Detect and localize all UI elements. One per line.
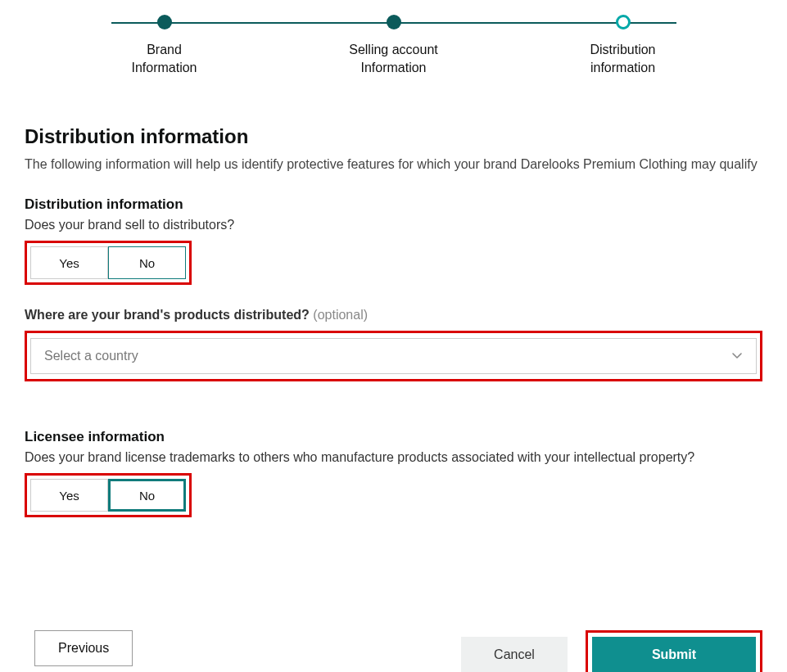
licensee-toggle-group: Yes No	[30, 479, 186, 512]
licensee-heading: Licensee information	[25, 429, 762, 445]
distribution-heading: Distribution information	[25, 196, 762, 213]
cancel-button[interactable]: Cancel	[461, 637, 568, 672]
step-dot-current-icon	[616, 15, 631, 29]
step-label-line2: Information	[360, 61, 426, 74]
submit-highlight: Submit	[586, 630, 762, 672]
step-label-line2: Information	[131, 61, 197, 74]
step-label-line1: Brand	[147, 43, 182, 56]
distribution-country-label: Where are your brand's products distribu…	[25, 308, 762, 322]
progress-stepper: Brand Information Selling account Inform…	[107, 8, 681, 76]
licensee-question: Does your brand license trademarks to ot…	[25, 450, 762, 465]
previous-button[interactable]: Previous	[34, 630, 133, 666]
step-distribution: Distribution information	[566, 15, 681, 76]
step-selling-account: Selling account Information	[337, 15, 451, 76]
licensee-no-button[interactable]: No	[108, 479, 186, 512]
step-label-line2: information	[590, 61, 655, 74]
distributor-toggle-highlight: Yes No	[25, 241, 192, 285]
country-select[interactable]: Select a country	[30, 338, 757, 374]
step-label-line1: Distribution	[590, 43, 655, 56]
country-select-placeholder: Select a country	[44, 349, 138, 363]
distribution-country-question: Where are your brand's products distribu…	[25, 308, 310, 322]
submit-button[interactable]: Submit	[592, 637, 756, 672]
step-dot-complete-icon	[387, 15, 401, 29]
step-brand-info: Brand Information	[107, 15, 222, 76]
footer-actions: Previous Cancel Submit	[25, 630, 762, 672]
optional-text: (optional)	[313, 308, 368, 322]
country-select-highlight: Select a country	[25, 331, 762, 381]
step-label-line1: Selling account	[349, 43, 438, 56]
licensee-toggle-highlight: Yes No	[25, 473, 192, 517]
licensee-yes-button[interactable]: Yes	[30, 479, 108, 512]
distributor-no-button[interactable]: No	[108, 246, 186, 279]
distributor-toggle-group: Yes No	[30, 246, 186, 279]
chevron-down-icon	[731, 350, 743, 362]
distributor-question: Does your brand sell to distributors?	[25, 218, 762, 232]
distributor-yes-button[interactable]: Yes	[30, 246, 108, 279]
page-description: The following information will help us i…	[25, 155, 762, 174]
page-title: Distribution information	[25, 125, 762, 148]
step-dot-complete-icon	[157, 15, 172, 29]
